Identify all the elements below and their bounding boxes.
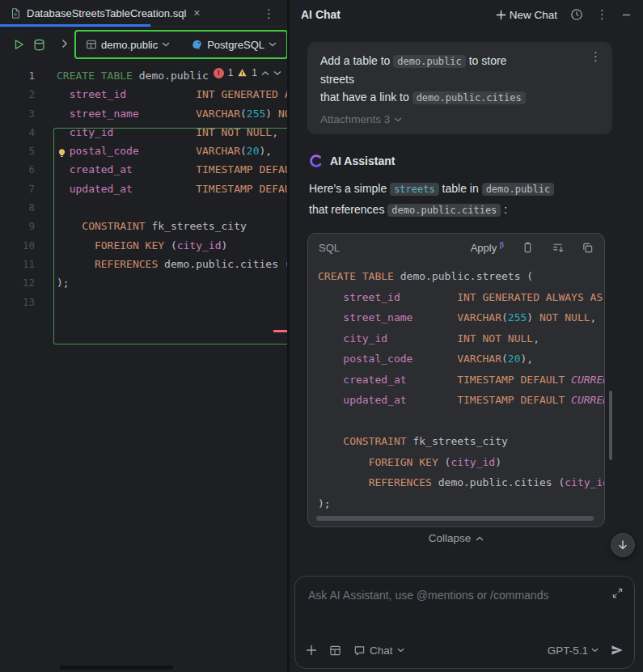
arrow-down-icon <box>617 539 628 551</box>
editor-horizontal-scrollbar[interactable] <box>60 666 173 670</box>
assistant-message-text: Here’s a simple streets table in demo.pu… <box>309 179 621 221</box>
apply-button[interactable]: Apply β <box>471 241 504 254</box>
new-chat-label: New Chat <box>510 9 557 21</box>
send-plane-icon <box>611 644 624 657</box>
schema-icon <box>86 39 97 50</box>
ide-window: DatabaseStreetsTableCreation.sql × ⋮ <box>0 0 643 672</box>
chevron-down-icon <box>162 42 170 47</box>
chat-options-kebab-icon[interactable]: ⋮ <box>596 7 608 22</box>
tab-title: DatabaseStreetsTableCreation.sql <box>27 7 186 19</box>
breadcrumb-chevron-icon <box>61 37 68 52</box>
expand-input-icon[interactable] <box>612 588 623 598</box>
error-count: 1 <box>228 67 234 78</box>
schema-dropdown[interactable]: demo.public <box>86 39 170 51</box>
user-message-text: Add a table to demo.public to storestree… <box>320 52 587 107</box>
history-clock-icon[interactable] <box>570 8 583 21</box>
sql-file-icon <box>10 7 21 19</box>
chevron-down-icon <box>397 648 404 653</box>
dialect-label: PostgreSQL <box>207 39 264 51</box>
add-context-icon[interactable] <box>306 645 317 656</box>
chat-mode-select[interactable]: Chat <box>353 645 404 657</box>
chevron-up-icon <box>476 536 484 541</box>
model-select[interactable]: GPT-5.1 <box>548 645 599 657</box>
attachments-toggle[interactable]: Attachments 3 <box>320 113 402 125</box>
chevron-down-icon <box>591 648 599 653</box>
editor-panel: DatabaseStreetsTableCreation.sql × ⋮ <box>0 0 288 672</box>
send-button[interactable] <box>611 644 624 657</box>
prev-problem-icon[interactable] <box>261 70 269 76</box>
code-editor[interactable]: 12345678910111213 CREATE TABLE demo.publ… <box>0 62 288 672</box>
message-kebab-icon[interactable]: ⋮ <box>590 49 602 64</box>
assistant-header-row: AI Assistant <box>309 154 395 168</box>
copy-to-clipboard-icon[interactable] <box>522 242 534 254</box>
tab-close-icon[interactable]: × <box>193 7 200 19</box>
chat-vertical-scrollbar[interactable] <box>609 391 612 460</box>
input-toolbar: Chat GPT-5.1 <box>306 640 624 661</box>
minimize-panel-icon[interactable] <box>621 10 632 20</box>
chat-input-box: Ask AI Assistant, use @mentions or /comm… <box>294 576 635 669</box>
chat-input[interactable]: Ask AI Assistant, use @mentions or /comm… <box>308 589 548 602</box>
attach-console-button[interactable] <box>31 35 49 54</box>
chat-panel-title: AI Chat <box>301 8 496 21</box>
beta-badge: β <box>500 241 504 249</box>
model-label: GPT-5.1 <box>548 645 588 657</box>
tab-sql-file[interactable]: DatabaseStreetsTableCreation.sql × <box>0 0 208 26</box>
ai-assistant-logo-icon <box>309 154 324 168</box>
insert-at-caret-icon[interactable] <box>552 242 564 254</box>
error-underline <box>273 330 288 332</box>
editor-gutter: 12345678910111213 <box>0 66 42 311</box>
intention-lightbulb-icon[interactable] <box>57 147 67 163</box>
error-icon[interactable]: ! <box>214 68 224 78</box>
editor-tabbar: DatabaseStreetsTableCreation.sql × ⋮ <box>0 0 288 27</box>
code-block-header: SQL Apply β <box>308 234 604 261</box>
warning-count: 1 <box>252 67 257 78</box>
schema-selector-annotation: demo.public PostgreSQL <box>74 30 288 59</box>
editor-toolbar: demo.public PostgreSQL <box>0 27 288 62</box>
assistant-name: AI Assistant <box>330 154 395 167</box>
copy-snippet-icon[interactable] <box>582 242 594 254</box>
chat-bubble-icon <box>353 645 366 657</box>
user-message-card: Add a table to demo.public to storestree… <box>307 42 612 134</box>
attach-table-icon[interactable] <box>329 645 341 657</box>
new-chat-button[interactable]: New Chat <box>496 9 557 21</box>
attachments-label: Attachments 3 <box>320 113 390 125</box>
run-button[interactable] <box>10 35 27 54</box>
scroll-to-bottom-button[interactable] <box>611 533 635 557</box>
tabbar-kebab-icon[interactable]: ⋮ <box>263 6 275 21</box>
dialect-dropdown[interactable]: PostgreSQL <box>191 39 277 51</box>
assistant-code-block: SQL Apply β CREATE TABLE demo.public.str… <box>307 233 605 527</box>
chat-header: AI Chat New Chat ⋮ <box>290 0 643 29</box>
chevron-down-icon <box>269 42 277 47</box>
code-block-content[interactable]: CREATE TABLE demo.public.streets ( stree… <box>318 266 604 512</box>
next-problem-icon[interactable] <box>273 70 281 76</box>
ai-chat-panel: AI Chat New Chat ⋮ Add a table to demo.p… <box>290 0 643 672</box>
chevron-down-icon <box>394 117 402 122</box>
postgresql-icon <box>191 39 203 51</box>
schema-label: demo.public <box>101 39 158 51</box>
editor-code-lines: CREATE TABLE demo.public.streets ( stree… <box>57 66 288 311</box>
collapse-code-button[interactable]: Collapse <box>307 532 605 544</box>
chat-mode-label: Chat <box>370 645 393 657</box>
code-block-horizontal-scrollbar[interactable] <box>316 516 594 521</box>
code-language-label: SQL <box>319 242 453 254</box>
inspection-widget: ! 1 1 <box>209 65 286 81</box>
collapse-label: Collapse <box>429 532 472 544</box>
warning-icon[interactable] <box>237 68 247 78</box>
